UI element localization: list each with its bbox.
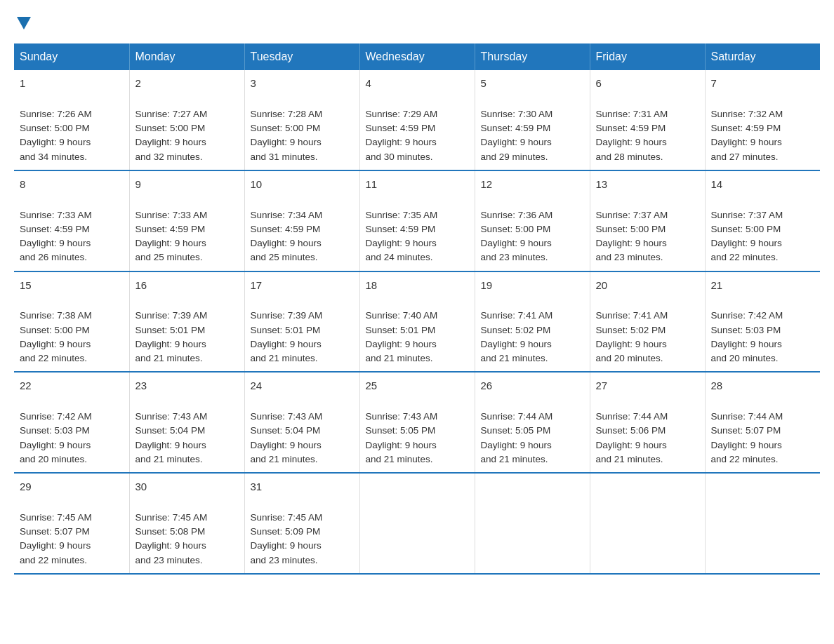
- calendar-day-cell: 7Sunrise: 7:32 AMSunset: 4:59 PMDaylight…: [705, 70, 820, 170]
- day-number: 14: [711, 177, 815, 193]
- calendar-day-cell: 2Sunrise: 7:27 AMSunset: 5:00 PMDaylight…: [129, 70, 244, 170]
- column-header-sunday: Sunday: [14, 43, 129, 70]
- day-number: 5: [481, 76, 584, 92]
- calendar-week-row: 8Sunrise: 7:33 AMSunset: 4:59 PMDaylight…: [14, 170, 820, 271]
- day-number: 13: [596, 177, 699, 193]
- calendar-day-cell: 15Sunrise: 7:38 AMSunset: 5:00 PMDayligh…: [14, 271, 129, 373]
- day-number: 26: [481, 378, 584, 394]
- calendar-day-cell: 27Sunrise: 7:44 AMSunset: 5:06 PMDayligh…: [590, 372, 705, 473]
- calendar-day-cell: [359, 473, 475, 574]
- column-header-friday: Friday: [590, 43, 705, 70]
- calendar-day-cell: [475, 473, 590, 574]
- day-number: 1: [20, 76, 124, 92]
- calendar-day-cell: 16Sunrise: 7:39 AMSunset: 5:01 PMDayligh…: [129, 271, 244, 373]
- calendar-table: SundayMondayTuesdayWednesdayThursdayFrid…: [14, 43, 820, 575]
- column-header-saturday: Saturday: [705, 43, 820, 70]
- column-header-thursday: Thursday: [475, 43, 590, 70]
- calendar-day-cell: 30Sunrise: 7:45 AMSunset: 5:08 PMDayligh…: [129, 473, 244, 574]
- day-number: 7: [711, 76, 815, 92]
- calendar-day-cell: 26Sunrise: 7:44 AMSunset: 5:05 PMDayligh…: [475, 372, 590, 473]
- calendar-day-cell: 10Sunrise: 7:34 AMSunset: 4:59 PMDayligh…: [244, 170, 359, 271]
- day-number: 30: [135, 479, 239, 495]
- calendar-day-cell: 9Sunrise: 7:33 AMSunset: 4:59 PMDaylight…: [129, 170, 244, 271]
- calendar-day-cell: 6Sunrise: 7:31 AMSunset: 4:59 PMDaylight…: [590, 70, 705, 170]
- logo-triangle-icon: [17, 17, 31, 29]
- calendar-day-cell: 11Sunrise: 7:35 AMSunset: 4:59 PMDayligh…: [359, 170, 475, 271]
- calendar-day-cell: 23Sunrise: 7:43 AMSunset: 5:04 PMDayligh…: [129, 372, 244, 473]
- day-number: 10: [251, 177, 354, 193]
- calendar-day-cell: 13Sunrise: 7:37 AMSunset: 5:00 PMDayligh…: [590, 170, 705, 271]
- day-number: 17: [251, 278, 354, 294]
- day-number: 9: [135, 177, 239, 193]
- calendar-day-cell: 22Sunrise: 7:42 AMSunset: 5:03 PMDayligh…: [14, 372, 129, 473]
- calendar-day-cell: 5Sunrise: 7:30 AMSunset: 4:59 PMDaylight…: [475, 70, 590, 170]
- day-number: 29: [20, 479, 124, 495]
- day-number: 16: [135, 278, 239, 294]
- day-number: 21: [711, 278, 815, 294]
- day-number: 25: [366, 378, 469, 394]
- day-number: 22: [20, 378, 124, 394]
- day-number: 23: [135, 378, 239, 394]
- calendar-header-row: SundayMondayTuesdayWednesdayThursdayFrid…: [14, 43, 820, 70]
- day-number: 24: [251, 378, 354, 394]
- calendar-day-cell: 20Sunrise: 7:41 AMSunset: 5:02 PMDayligh…: [590, 271, 705, 373]
- calendar-day-cell: 14Sunrise: 7:37 AMSunset: 5:00 PMDayligh…: [705, 170, 820, 271]
- calendar-day-cell: 8Sunrise: 7:33 AMSunset: 4:59 PMDaylight…: [14, 170, 129, 271]
- day-number: 3: [251, 76, 354, 92]
- calendar-day-cell: 25Sunrise: 7:43 AMSunset: 5:05 PMDayligh…: [359, 372, 475, 473]
- calendar-day-cell: 31Sunrise: 7:45 AMSunset: 5:09 PMDayligh…: [244, 473, 359, 574]
- calendar-day-cell: 18Sunrise: 7:40 AMSunset: 5:01 PMDayligh…: [359, 271, 475, 373]
- day-number: 27: [596, 378, 699, 394]
- calendar-week-row: 22Sunrise: 7:42 AMSunset: 5:03 PMDayligh…: [14, 372, 820, 473]
- column-header-wednesday: Wednesday: [359, 43, 475, 70]
- day-number: 8: [20, 177, 124, 193]
- logo: [14, 14, 31, 29]
- calendar-week-row: 29Sunrise: 7:45 AMSunset: 5:07 PMDayligh…: [14, 473, 820, 574]
- calendar-day-cell: 19Sunrise: 7:41 AMSunset: 5:02 PMDayligh…: [475, 271, 590, 373]
- day-number: 28: [711, 378, 815, 394]
- column-header-tuesday: Tuesday: [244, 43, 359, 70]
- calendar-week-row: 1Sunrise: 7:26 AMSunset: 5:00 PMDaylight…: [14, 70, 820, 170]
- day-number: 11: [366, 177, 469, 193]
- day-number: 2: [135, 76, 239, 92]
- calendar-week-row: 15Sunrise: 7:38 AMSunset: 5:00 PMDayligh…: [14, 271, 820, 373]
- calendar-day-cell: 1Sunrise: 7:26 AMSunset: 5:00 PMDaylight…: [14, 70, 129, 170]
- calendar-day-cell: 17Sunrise: 7:39 AMSunset: 5:01 PMDayligh…: [244, 271, 359, 373]
- day-number: 19: [481, 278, 584, 294]
- calendar-day-cell: 3Sunrise: 7:28 AMSunset: 5:00 PMDaylight…: [244, 70, 359, 170]
- calendar-day-cell: [705, 473, 820, 574]
- calendar-day-cell: 21Sunrise: 7:42 AMSunset: 5:03 PMDayligh…: [705, 271, 820, 373]
- calendar-day-cell: 24Sunrise: 7:43 AMSunset: 5:04 PMDayligh…: [244, 372, 359, 473]
- day-number: 4: [366, 76, 469, 92]
- day-number: 12: [481, 177, 584, 193]
- page-header: [14, 14, 820, 29]
- calendar-day-cell: 12Sunrise: 7:36 AMSunset: 5:00 PMDayligh…: [475, 170, 590, 271]
- column-header-monday: Monday: [129, 43, 244, 70]
- calendar-day-cell: 4Sunrise: 7:29 AMSunset: 4:59 PMDaylight…: [359, 70, 475, 170]
- calendar-day-cell: [590, 473, 705, 574]
- day-number: 31: [251, 479, 354, 495]
- calendar-day-cell: 29Sunrise: 7:45 AMSunset: 5:07 PMDayligh…: [14, 473, 129, 574]
- day-number: 20: [596, 278, 699, 294]
- day-number: 15: [20, 278, 124, 294]
- calendar-day-cell: 28Sunrise: 7:44 AMSunset: 5:07 PMDayligh…: [705, 372, 820, 473]
- day-number: 6: [596, 76, 699, 92]
- day-number: 18: [366, 278, 469, 294]
